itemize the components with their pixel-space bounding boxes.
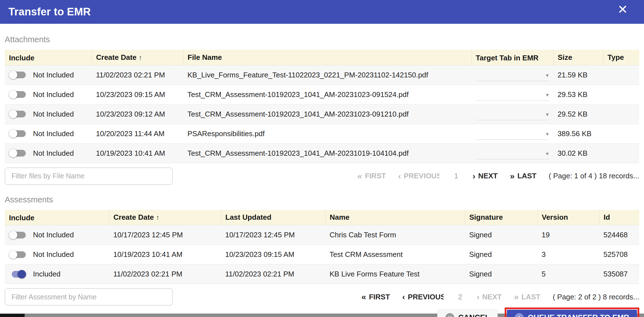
screen: Transfer to EMR ✕ Attachments Include Cr… bbox=[0, 0, 644, 317]
file-name-cell: PSAResponsibilities.pdf bbox=[183, 124, 471, 143]
include-toggle[interactable] bbox=[9, 149, 26, 158]
assessment-row: Included 11/02/2023 02:21 PM 11/02/2023 … bbox=[5, 264, 639, 284]
attachment-row: Not Included 10/23/2023 09:12 AM Test_CR… bbox=[5, 104, 639, 124]
previous-page-icon: ‹ bbox=[402, 293, 405, 301]
first-page-button[interactable]: «FIRST bbox=[361, 293, 390, 301]
next-page-button[interactable]: ›NEXT bbox=[473, 172, 497, 180]
type-cell bbox=[603, 124, 639, 143]
include-state-label: Not Included bbox=[33, 71, 74, 79]
name-cell: Chris Cab Test Form bbox=[325, 225, 465, 245]
include-toggle[interactable] bbox=[9, 70, 26, 79]
previous-page-button[interactable]: ‹PREVIOUS bbox=[402, 293, 444, 301]
assessments-section-label: Assessments bbox=[5, 195, 639, 204]
assessments-col-version[interactable]: Version bbox=[537, 210, 599, 225]
attachment-row: Not Included 10/20/2023 11:44 AM PSAResp… bbox=[5, 124, 639, 143]
version-cell: 19 bbox=[537, 225, 599, 245]
attachments-col-create-date[interactable]: Create Date↑ bbox=[92, 50, 183, 65]
assessment-row: Not Included 10/19/2023 10:41 AM 10/23/2… bbox=[5, 245, 639, 264]
include-toggle[interactable] bbox=[9, 250, 26, 259]
highlight-box: + QUEUE TRANSFER TO EMR bbox=[505, 307, 639, 317]
previous-page-button[interactable]: ‹PREVIOUS bbox=[398, 172, 439, 180]
assessments-col-signature[interactable]: Signature bbox=[465, 210, 537, 225]
chevron-down-icon: ▾ bbox=[546, 111, 549, 118]
attachments-col-type[interactable]: Type bbox=[603, 50, 639, 65]
include-state-label: Not Included bbox=[33, 231, 74, 239]
include-state-label: Not Included bbox=[33, 149, 74, 158]
attachments-section-label: Attachments bbox=[5, 35, 639, 44]
assessments-col-create-date[interactable]: Create Date↑ bbox=[109, 210, 221, 225]
include-state-label: Not Included bbox=[33, 90, 74, 99]
modal-footer: ✕ CANCEL + QUEUE TRANSFER TO EMR bbox=[5, 307, 639, 317]
file-name-cell: Test_CRM_Assessment-10192023_1041_AM-202… bbox=[183, 85, 471, 104]
name-cell: KB Live Forms Feature Test bbox=[325, 264, 465, 284]
target-tab-select[interactable]: ▾ bbox=[476, 108, 549, 120]
size-cell: 30.02 KB bbox=[553, 143, 603, 163]
size-cell: 29.52 KB bbox=[553, 104, 603, 124]
next-page-button[interactable]: ›NEXT bbox=[477, 293, 502, 301]
target-tab-select[interactable]: ▾ bbox=[476, 147, 549, 159]
include-toggle[interactable] bbox=[9, 129, 26, 138]
next-page-icon: › bbox=[473, 172, 475, 180]
target-tab-select[interactable]: ▾ bbox=[476, 88, 549, 101]
assessments-col-last-updated[interactable]: Last Updated bbox=[221, 210, 325, 225]
close-icon[interactable]: ✕ bbox=[617, 3, 628, 16]
last-page-button[interactable]: »LAST bbox=[514, 293, 540, 301]
create-date-cell: 10/23/2023 09:12 AM bbox=[92, 104, 183, 124]
attachments-pagination: «FIRST ‹PREVIOUS 1 ›NEXT »LAST ( Page: 1… bbox=[358, 172, 639, 180]
attachments-col-target-tab[interactable]: Target Tab in EMR bbox=[471, 50, 553, 65]
include-state-label: Not Included bbox=[33, 250, 74, 259]
page-summary: ( Page: 1 of 4 ) 18 records... bbox=[549, 172, 639, 180]
attachment-row: Not Included 10/19/2023 10:41 AM Test_CR… bbox=[5, 143, 639, 163]
target-tab-select[interactable]: ▾ bbox=[476, 127, 549, 140]
last-updated-cell: 10/17/2023 12:45 PM bbox=[221, 225, 325, 245]
include-toggle[interactable] bbox=[9, 110, 26, 119]
assessments-col-name[interactable]: Name bbox=[325, 210, 465, 225]
last-page-icon: » bbox=[514, 293, 519, 301]
create-date-cell: 10/20/2023 11:44 AM bbox=[92, 124, 183, 143]
plus-icon: + bbox=[515, 313, 524, 317]
id-cell: 525708 bbox=[599, 245, 639, 264]
create-date-cell: 10/23/2023 09:15 AM bbox=[92, 85, 183, 104]
chevron-down-icon: ▾ bbox=[546, 131, 549, 137]
size-cell: 21.59 KB bbox=[553, 65, 603, 85]
chevron-down-icon: ▾ bbox=[546, 72, 549, 79]
modal-title: Transfer to EMR bbox=[8, 6, 91, 18]
assessment-row: Not Included 10/17/2023 12:45 PM 10/17/2… bbox=[5, 225, 639, 245]
attachment-row: Not Included 10/23/2023 09:15 AM Test_CR… bbox=[5, 85, 639, 104]
cancel-button[interactable]: ✕ CANCEL bbox=[438, 310, 498, 317]
version-cell: 5 bbox=[537, 264, 599, 284]
signature-cell: Signed bbox=[465, 264, 537, 284]
type-cell bbox=[603, 85, 639, 104]
size-cell: 389.56 KB bbox=[553, 124, 603, 143]
attachments-col-include[interactable]: Include bbox=[5, 50, 92, 65]
transfer-to-emr-modal: Transfer to EMR ✕ Attachments Include Cr… bbox=[0, 0, 644, 314]
include-toggle[interactable] bbox=[9, 90, 26, 99]
assessments-col-id[interactable]: Id bbox=[599, 210, 639, 225]
signature-cell: Signed bbox=[465, 245, 537, 264]
include-toggle[interactable] bbox=[9, 231, 26, 240]
previous-page-icon: ‹ bbox=[398, 172, 401, 180]
attachments-col-file-name[interactable]: File Name bbox=[183, 50, 471, 65]
target-tab-select[interactable]: ▾ bbox=[476, 69, 549, 81]
assessments-header-row: Include Create Date↑ Last Updated Name S… bbox=[5, 210, 639, 225]
type-cell bbox=[603, 65, 639, 85]
first-page-button[interactable]: «FIRST bbox=[358, 172, 386, 180]
attachments-filter-input[interactable] bbox=[5, 167, 173, 185]
queue-transfer-to-emr-button[interactable]: + QUEUE TRANSFER TO EMR bbox=[507, 310, 637, 317]
name-cell: Test CRM Assessment bbox=[325, 245, 465, 264]
assessments-col-include[interactable]: Include bbox=[5, 210, 109, 225]
size-cell: 29.53 KB bbox=[553, 85, 603, 104]
chevron-down-icon: ▾ bbox=[546, 92, 549, 98]
current-page-number: 2 bbox=[456, 293, 464, 301]
assessments-filter-input[interactable] bbox=[5, 288, 173, 306]
include-toggle[interactable] bbox=[9, 270, 26, 279]
assessments-pagination: «FIRST ‹PREVIOUS 2 ›NEXT »LAST ( Page: 2… bbox=[361, 293, 639, 301]
sort-asc-icon: ↑ bbox=[156, 214, 159, 221]
file-name-cell: KB_Live_Forms_Feature_Test-11022023_0221… bbox=[183, 65, 471, 85]
include-state-label: Included bbox=[33, 270, 60, 278]
attachments-table: Include Create Date↑ File Name Target Ta… bbox=[5, 50, 639, 163]
last-page-button[interactable]: »LAST bbox=[510, 172, 537, 180]
modal-titlebar: Transfer to EMR bbox=[0, 0, 644, 24]
sort-asc-icon: ↑ bbox=[139, 54, 142, 61]
attachments-col-size[interactable]: Size bbox=[553, 50, 603, 65]
